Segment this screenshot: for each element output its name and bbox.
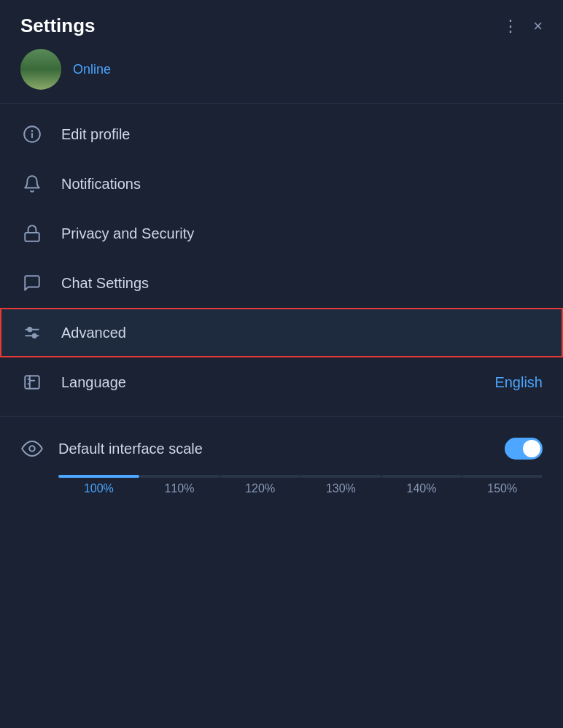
scale-slider-container: 100% 110% 120% 130% 140% <box>20 475 543 495</box>
language-value: English <box>494 374 543 391</box>
notifications-label: Notifications <box>61 176 543 193</box>
scale-bar-110 <box>139 475 220 478</box>
sidebar-item-privacy-security[interactable]: Privacy and Security <box>0 209 563 258</box>
scale-bar-130 <box>300 475 381 478</box>
header-icons: ⋮ × <box>502 18 543 34</box>
scale-option-120[interactable]: 120% <box>220 475 300 495</box>
toggle-knob <box>523 440 540 457</box>
scale-options: 100% 110% 120% 130% 140% <box>58 475 543 495</box>
chat-icon <box>20 271 44 295</box>
language-label: Language <box>61 374 477 391</box>
scale-option-130[interactable]: 130% <box>300 475 381 495</box>
svg-rect-8 <box>25 376 39 388</box>
more-icon[interactable]: ⋮ <box>502 18 519 34</box>
edit-profile-label: Edit profile <box>61 126 543 143</box>
svg-point-6 <box>28 328 31 331</box>
privacy-security-label: Privacy and Security <box>61 225 543 242</box>
eye-icon <box>20 437 44 460</box>
scale-percent-150: 150% <box>487 482 517 495</box>
sidebar-item-chat-settings[interactable]: Chat Settings <box>0 258 563 308</box>
scale-bar-140 <box>381 475 462 478</box>
menu-list: Edit profile Notifications Privacy and S… <box>0 104 563 413</box>
svg-point-11 <box>29 446 35 452</box>
scale-label: Default interface scale <box>58 441 490 457</box>
language-icon <box>20 371 44 394</box>
advanced-label: Advanced <box>61 325 543 341</box>
scale-bar-150 <box>462 475 543 478</box>
scale-percent-120: 120% <box>245 482 275 495</box>
scale-bar-100 <box>58 475 139 478</box>
scale-option-150[interactable]: 150% <box>462 475 543 495</box>
info-icon <box>20 123 44 146</box>
chat-settings-label: Chat Settings <box>61 275 543 292</box>
scale-section: Default interface scale 100% 110% 120% <box>0 419 563 513</box>
profile-row: Online <box>0 49 563 103</box>
scale-percent-110: 110% <box>165 482 195 495</box>
sidebar-item-notifications[interactable]: Notifications <box>0 159 563 209</box>
scale-percent-130: 130% <box>326 482 356 495</box>
scale-bar-120 <box>220 475 300 478</box>
section-divider <box>0 416 563 417</box>
sidebar-item-language[interactable]: Language English <box>0 357 563 407</box>
scale-option-110[interactable]: 110% <box>139 475 220 495</box>
header: Settings ⋮ × <box>0 0 563 49</box>
settings-panel: Settings ⋮ × Online Edit profile <box>0 0 563 728</box>
sidebar-item-advanced[interactable]: Advanced <box>0 308 563 357</box>
scale-toggle[interactable] <box>505 438 543 460</box>
lock-icon <box>20 222 44 245</box>
sidebar-item-edit-profile[interactable]: Edit profile <box>0 109 563 159</box>
scale-percent-100: 100% <box>84 482 114 495</box>
bell-icon <box>20 172 44 195</box>
scale-option-100[interactable]: 100% <box>58 475 139 495</box>
close-icon[interactable]: × <box>533 18 543 34</box>
settings-title: Settings <box>20 15 96 37</box>
avatar <box>20 49 61 90</box>
scale-percent-140: 140% <box>407 482 437 495</box>
avatar-image <box>20 49 61 90</box>
status-badge: Online <box>73 62 111 77</box>
svg-rect-3 <box>25 233 39 241</box>
sliders-icon <box>20 321 44 344</box>
scale-row: Default interface scale <box>20 437 543 460</box>
svg-point-7 <box>33 334 36 338</box>
scale-option-140[interactable]: 140% <box>381 475 462 495</box>
